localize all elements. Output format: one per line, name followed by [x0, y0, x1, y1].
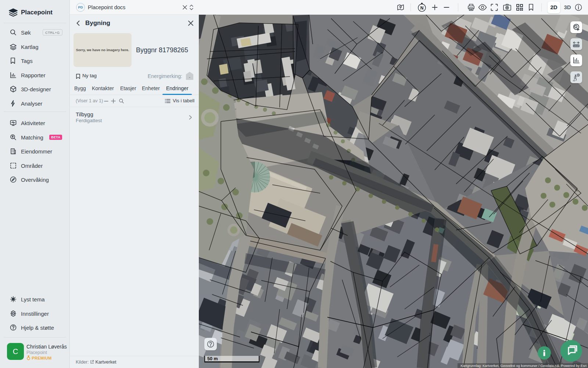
svg-text:N: N [420, 5, 424, 10]
